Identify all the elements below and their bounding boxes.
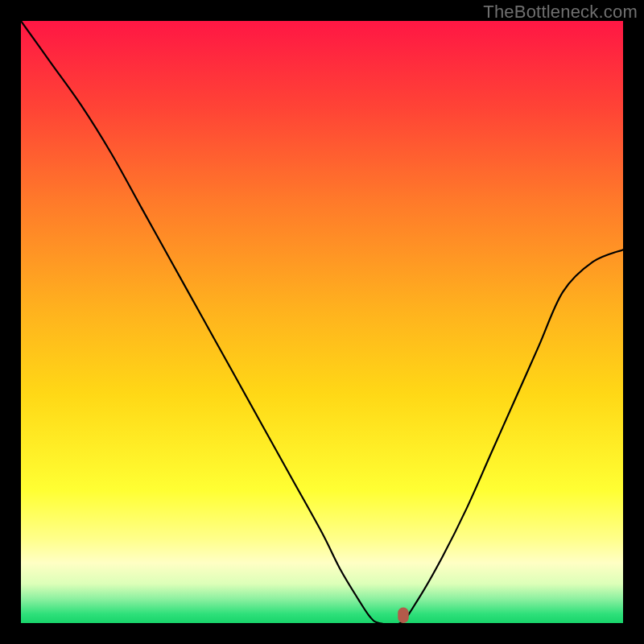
optimal-point-marker	[398, 608, 408, 623]
watermark-label: TheBottleneck.com	[483, 2, 638, 23]
chart-svg	[21, 21, 623, 623]
chart-frame: TheBottleneck.com	[0, 0, 644, 644]
chart-plot	[21, 21, 623, 623]
